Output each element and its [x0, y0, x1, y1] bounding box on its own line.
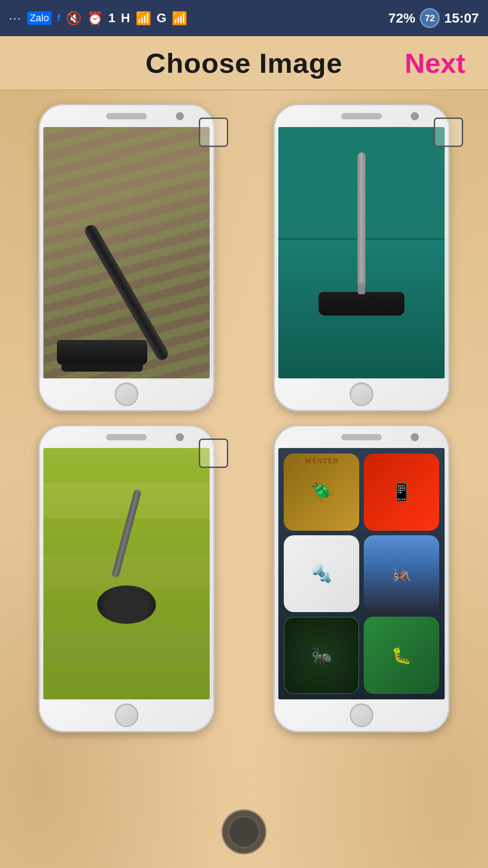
- vacuum-head-3: [97, 585, 156, 624]
- battery-badge: 72: [420, 8, 440, 28]
- battery-percent: 72%: [388, 10, 415, 26]
- home-button-2[interactable]: [350, 382, 373, 406]
- status-bar: ··· Zalo f 🔇 ⏰ 1 H 📶 G 📶 72% 72 15:07: [0, 0, 488, 36]
- camera-dot-4: [411, 433, 419, 441]
- image-item-3[interactable]: [14, 425, 239, 732]
- signal-bars2-icon: 📶: [172, 11, 188, 26]
- speaker-1: [106, 113, 147, 119]
- status-right: 72% 72 15:07: [388, 8, 479, 28]
- page-title: Choose Image: [145, 47, 343, 79]
- camera-dot-1: [176, 112, 184, 120]
- mute-icon: 🔇: [66, 11, 82, 26]
- app-icon-mountain: 🦗: [364, 535, 439, 613]
- phone-bottom-2: [275, 378, 448, 410]
- app-icon-drill: [284, 535, 359, 613]
- image-item-1[interactable]: [14, 104, 239, 411]
- img2-bg: [278, 127, 445, 378]
- nav-button-inner: [228, 816, 260, 848]
- img3-bg: [43, 448, 210, 699]
- image-grid: WANTED 🦗 🐛: [0, 90, 488, 746]
- zalo-icon: Zalo: [27, 11, 52, 25]
- img4-bg: WANTED 🦗 🐛: [278, 448, 445, 699]
- app-icon-bug2: 🐛: [364, 617, 439, 694]
- nav-home-button[interactable]: [221, 809, 267, 854]
- clock: 15:07: [444, 10, 479, 26]
- speaker-3: [106, 434, 147, 440]
- phone-bottom-3: [40, 699, 213, 731]
- vacuum-stick-2: [357, 152, 366, 288]
- checkbox-1[interactable]: [199, 118, 228, 147]
- alarm-icon: ⏰: [87, 11, 103, 26]
- app-icon-ant: [284, 617, 359, 694]
- phone-mockup-2: [273, 104, 450, 411]
- phone-mockup-4: WANTED 🦗 🐛: [273, 425, 450, 732]
- notification-dots-icon: ···: [9, 11, 22, 25]
- phone-top-bar-2: [275, 105, 448, 127]
- home-button-3[interactable]: [115, 703, 138, 727]
- phone-bottom-1: [40, 378, 213, 410]
- speaker-4: [341, 434, 382, 440]
- phone-screen-2: [278, 127, 445, 378]
- camera-dot-3: [176, 433, 184, 441]
- checkbox-2[interactable]: [434, 118, 463, 147]
- phone-screen-3: [43, 448, 210, 699]
- phone-bottom-4: [275, 699, 448, 731]
- h-network-icon: H: [121, 11, 130, 25]
- phone-top-bar-4: [275, 426, 448, 448]
- phone-mockup-3: [38, 425, 215, 732]
- image-item-4[interactable]: WANTED 🦗 🐛: [249, 425, 474, 732]
- vacuum-head-2: [319, 292, 404, 316]
- img1-bg: [43, 127, 210, 378]
- phone-screen-4: WANTED 🦗 🐛: [278, 448, 445, 699]
- g-network-icon: G: [157, 11, 167, 25]
- home-button-4[interactable]: [350, 703, 373, 727]
- phone-top-bar-1: [40, 105, 213, 127]
- phone-mockup-1: [38, 104, 215, 411]
- app-icon-wanted: WANTED: [284, 453, 359, 531]
- status-left: ··· Zalo f 🔇 ⏰ 1 H 📶 G 📶: [9, 11, 188, 26]
- image-item-2[interactable]: [249, 104, 474, 411]
- home-button-1[interactable]: [115, 382, 138, 406]
- facebook-icon: f: [57, 12, 60, 24]
- speaker-2: [341, 113, 382, 119]
- header: Choose Image Next: [0, 36, 488, 90]
- sim1-icon: 1: [108, 11, 116, 25]
- phone-screen-1: [43, 127, 210, 378]
- camera-dot-2: [411, 112, 419, 120]
- signal-bars-icon: 📶: [136, 11, 151, 26]
- vacuum-head-1: [57, 340, 147, 365]
- green-stripe: [43, 448, 210, 699]
- app-icon-phone-lock: [364, 453, 439, 531]
- checkbox-3[interactable]: [199, 439, 228, 468]
- phone-top-bar-3: [40, 426, 213, 448]
- next-button[interactable]: Next: [405, 47, 465, 79]
